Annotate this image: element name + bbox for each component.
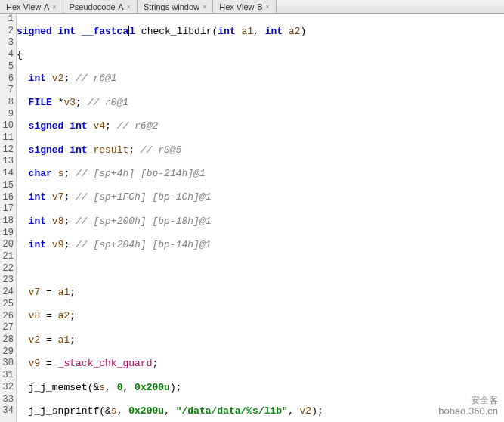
close-icon[interactable]: × xyxy=(52,3,56,11)
line-number-gutter: 1234567891011121314151617181920212223242… xyxy=(0,14,17,422)
line-number: 23 xyxy=(0,275,14,287)
line-number: 34 xyxy=(0,405,14,417)
line-number: 31 xyxy=(0,370,14,382)
code-line: signed int v4; // r6@2 xyxy=(17,120,504,132)
line-number: 14 xyxy=(0,168,14,180)
watermark-url: bobao.360.cn xyxy=(438,405,498,417)
tab-bar: Hex View-A× Pseudocode-A× Strings window… xyxy=(0,0,504,14)
line-number: 7 xyxy=(0,85,14,97)
code-editor[interactable]: signed int __fastcal check_libdir(int a1… xyxy=(17,14,504,422)
tab-hex-b[interactable]: Hex View-B× xyxy=(213,0,277,13)
line-number: 8 xyxy=(0,97,14,109)
close-icon[interactable]: × xyxy=(203,3,206,11)
watermark-text: 安全客 xyxy=(438,395,498,405)
line-number: 26 xyxy=(0,311,14,323)
line-number: 1 xyxy=(0,14,14,26)
line-number: 24 xyxy=(0,287,14,299)
text-caret xyxy=(128,26,129,36)
code-line: v8 = a2; xyxy=(17,310,504,322)
code-line: signed int result; // r0@5 xyxy=(17,144,504,157)
line-number: 4 xyxy=(0,49,14,61)
line-number: 13 xyxy=(0,156,14,168)
line-number: 12 xyxy=(0,144,14,157)
line-number: 22 xyxy=(0,263,14,275)
code-line: signed int __fastcal check_libdir(int a1… xyxy=(17,26,504,38)
code-line: v9 = _stack_chk_guard; xyxy=(17,358,504,370)
tab-label: Pseudocode-A xyxy=(70,2,124,11)
line-number: 5 xyxy=(0,61,14,73)
line-number: 17 xyxy=(0,203,14,216)
line-number: 20 xyxy=(0,239,14,251)
watermark: 安全客 bobao.360.cn xyxy=(438,395,498,417)
line-number: 2 xyxy=(0,26,14,38)
tab-label: Hex View-A xyxy=(6,2,49,11)
line-number: 6 xyxy=(0,73,14,85)
close-icon[interactable]: × xyxy=(265,3,269,11)
tab-label: Hex View-B xyxy=(219,2,262,11)
code-line: v2 = a1; xyxy=(17,334,504,346)
line-number: 32 xyxy=(0,382,14,394)
tab-label: Strings window xyxy=(144,2,199,11)
tab-strings[interactable]: Strings window× xyxy=(138,0,213,13)
line-number: 29 xyxy=(0,346,14,358)
line-number: 11 xyxy=(0,132,14,144)
code-line: j_j_snprintf(&s, 0x200u, "/data/data/%s/… xyxy=(17,405,504,417)
code-line: int v8; // [sp+200h] [bp-18h]@1 xyxy=(17,216,504,228)
code-line: int v2; // r6@1 xyxy=(17,73,504,85)
code-line: { xyxy=(17,49,504,61)
line-number: 10 xyxy=(0,120,14,132)
line-number: 21 xyxy=(0,251,14,263)
line-number: 19 xyxy=(0,228,14,240)
line-number: 33 xyxy=(0,394,14,406)
line-number: 28 xyxy=(0,334,14,346)
code-line: FILE *v3; // r0@1 xyxy=(17,97,504,109)
code-line: v7 = a1; xyxy=(17,287,504,299)
line-number: 25 xyxy=(0,299,14,311)
line-number: 30 xyxy=(0,358,14,370)
line-number: 9 xyxy=(0,109,14,121)
tab-hex-a[interactable]: Hex View-A× xyxy=(0,0,63,13)
line-number: 15 xyxy=(0,180,14,192)
code-line: char s; // [sp+4h] [bp-214h]@1 xyxy=(17,168,504,180)
line-number: 27 xyxy=(0,322,14,334)
tab-pseudocode-a[interactable]: Pseudocode-A× xyxy=(63,0,138,13)
code-line xyxy=(17,263,504,275)
close-icon[interactable]: × xyxy=(127,3,131,11)
line-number: 3 xyxy=(0,37,14,49)
line-number: 18 xyxy=(0,216,14,228)
line-number: 16 xyxy=(0,192,14,204)
code-line: j_j_memset(&s, 0, 0x200u); xyxy=(17,382,504,394)
code-line: int v7; // [sp+1FCh] [bp-1Ch]@1 xyxy=(17,191,504,203)
code-line: int v9; // [sp+204h] [bp-14h]@1 xyxy=(17,239,504,251)
